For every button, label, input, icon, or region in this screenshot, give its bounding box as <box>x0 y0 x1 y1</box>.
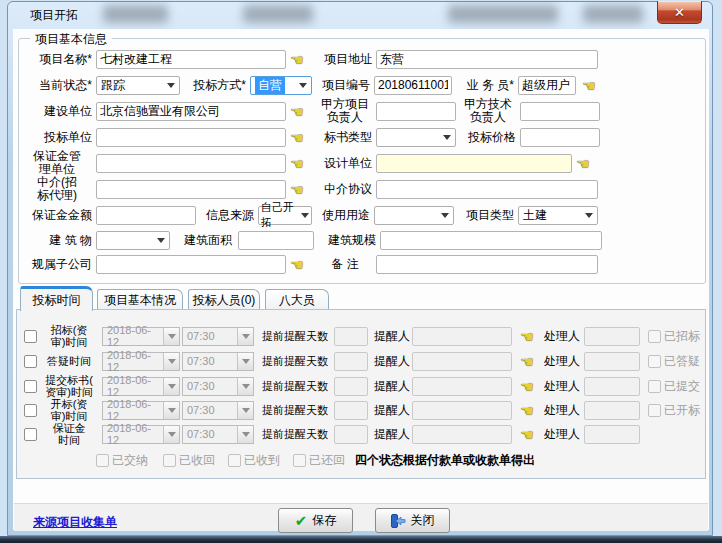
salesman-input[interactable] <box>518 76 576 95</box>
bid-unit-input[interactable] <box>96 128 286 147</box>
remind-days-input[interactable] <box>334 377 368 396</box>
time-combo[interactable]: 07:30 <box>182 401 254 420</box>
status-checkbox[interactable] <box>648 404 661 417</box>
lookup-hand-icon[interactable]: ☚ <box>288 256 306 272</box>
usage-label: 使用用途 <box>316 204 370 226</box>
project-no-input[interactable] <box>374 76 452 95</box>
time-combo[interactable]: 07:30 <box>182 352 254 371</box>
design-unit-input[interactable] <box>376 154 572 173</box>
deposit-amount-input[interactable] <box>96 206 196 225</box>
handler-input[interactable] <box>584 401 640 420</box>
save-button[interactable]: ✔ 保存 <box>278 508 353 533</box>
window-close-button[interactable]: ✕ <box>657 1 702 24</box>
handler-input[interactable] <box>584 327 640 346</box>
deposit-unit-label: 保证金管 理单位 <box>22 152 92 174</box>
deposit-time-checkbox[interactable] <box>24 428 37 441</box>
reminder-input[interactable] <box>412 377 512 396</box>
lookup-hand-icon[interactable]: ☚ <box>288 51 306 67</box>
lookup-hand-icon[interactable]: ☚ <box>288 103 306 119</box>
agency-agreement-input[interactable] <box>376 180 598 199</box>
bid-method-label: 投标方式* <box>188 74 246 96</box>
lookup-hand-icon[interactable]: ☚ <box>288 181 306 197</box>
handler-input[interactable] <box>584 352 640 371</box>
party-a-pm-input[interactable] <box>376 102 456 121</box>
open-time-checkbox[interactable] <box>24 404 37 417</box>
date-combo[interactable]: 2018-06-12 <box>102 377 180 396</box>
reminder-label: 提醒人 <box>374 399 410 421</box>
returned-checkbox[interactable] <box>293 454 306 467</box>
remark-input[interactable] <box>376 255 598 274</box>
remind-days-input[interactable] <box>334 401 368 420</box>
info-source-combo[interactable]: 自己开拓 <box>258 206 312 225</box>
project-type-combo[interactable]: 土建 <box>518 206 598 225</box>
agency-input[interactable] <box>96 180 286 199</box>
tab-bid-time[interactable]: 投标时间 <box>20 286 93 311</box>
address-label: 项目地址 <box>318 48 372 70</box>
remind-days-input[interactable] <box>334 425 368 444</box>
reminder-input[interactable] <box>412 401 512 420</box>
date-combo[interactable]: 2018-06-12 <box>102 425 180 444</box>
bid-price-input[interactable] <box>520 128 600 147</box>
remark-label: 备 注 <box>318 253 372 275</box>
party-a-tech-label: 甲方技术 负责人 <box>460 100 516 122</box>
date-combo[interactable]: 2018-06-12 <box>102 401 180 420</box>
source-collection-link[interactable]: 来源项目收集单 <box>33 514 117 531</box>
time-combo[interactable]: 07:30 <box>182 425 254 444</box>
lookup-hand-icon[interactable]: ☚ <box>518 402 536 418</box>
remind-days-input[interactable] <box>334 327 368 346</box>
date-value: 2018-06-12 <box>107 349 163 373</box>
subsidiary-input[interactable] <box>96 255 286 274</box>
usage-combo[interactable] <box>374 206 454 225</box>
reminder-input[interactable] <box>412 327 512 346</box>
time-combo[interactable]: 07:30 <box>182 377 254 396</box>
reminder-input[interactable] <box>412 425 512 444</box>
submit-time-checkbox[interactable] <box>24 380 37 393</box>
lookup-hand-icon[interactable]: ☚ <box>288 155 306 171</box>
deposit-unit-input[interactable] <box>96 154 286 173</box>
status-checkbox[interactable] <box>648 330 661 343</box>
lookup-hand-icon[interactable]: ☚ <box>518 426 536 442</box>
bid-method-combo[interactable]: 自营 <box>250 76 312 95</box>
build-area-input[interactable] <box>238 231 314 250</box>
date-combo[interactable]: 2018-06-12 <box>102 327 180 346</box>
party-a-tech-input[interactable] <box>520 102 600 121</box>
lookup-hand-icon[interactable]: ☚ <box>574 155 592 171</box>
doc-type-combo[interactable] <box>376 128 456 147</box>
lookup-hand-icon[interactable]: ☚ <box>288 129 306 145</box>
tab-project-basic[interactable]: 项目基本情况 <box>97 289 183 310</box>
project-type-label: 项目类型 <box>458 204 514 226</box>
received-checkbox[interactable] <box>228 454 241 467</box>
reminder-input[interactable] <box>412 352 512 371</box>
lookup-hand-icon[interactable]: ☚ <box>518 353 536 369</box>
build-scale-input[interactable] <box>380 231 602 250</box>
paid-checkbox[interactable] <box>96 454 109 467</box>
lookup-hand-icon[interactable]: ☚ <box>518 328 536 344</box>
title-bar[interactable] <box>8 1 714 29</box>
lookup-hand-icon[interactable]: ☚ <box>580 77 598 93</box>
reminder-label: 提醒人 <box>374 423 410 445</box>
status-combo[interactable]: 跟踪 <box>96 76 180 95</box>
status-checkbox[interactable] <box>648 355 661 368</box>
bid-time-checkbox[interactable] <box>24 330 37 343</box>
lookup-hand-icon[interactable]: ☚ <box>518 378 536 394</box>
tab-eight-roles[interactable]: 八大员 <box>265 289 329 310</box>
close-button[interactable]: 关闭 <box>375 508 450 533</box>
reminder-label: 提醒人 <box>374 325 410 347</box>
project-name-input[interactable] <box>96 50 286 69</box>
date-combo[interactable]: 2018-06-12 <box>102 352 180 371</box>
status-checkbox[interactable] <box>648 380 661 393</box>
time-value: 07:30 <box>187 330 215 342</box>
handler-input[interactable] <box>584 377 640 396</box>
time-combo[interactable]: 07:30 <box>182 327 254 346</box>
tab-bid-staff[interactable]: 投标人员(0) <box>188 289 260 310</box>
building-combo[interactable] <box>96 231 170 250</box>
chevron-down-icon <box>237 426 253 443</box>
handler-label: 处理人 <box>544 375 580 397</box>
qa-time-checkbox[interactable] <box>24 355 37 368</box>
remind-days-input[interactable] <box>334 352 368 371</box>
glass-reflection <box>243 5 313 23</box>
handler-input[interactable] <box>584 425 640 444</box>
recovered-checkbox[interactable] <box>163 454 176 467</box>
build-unit-input[interactable] <box>96 102 286 121</box>
address-input[interactable] <box>376 50 598 69</box>
